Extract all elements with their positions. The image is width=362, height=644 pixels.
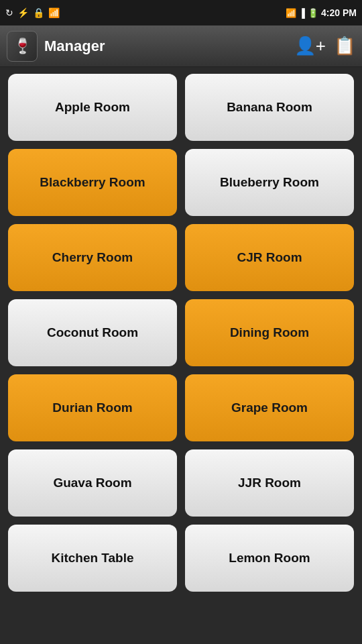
room-button[interactable]: Coconut Room — [8, 299, 177, 366]
room-button[interactable]: Grape Room — [185, 374, 354, 441]
app-title: Manager — [44, 38, 105, 55]
room-button[interactable]: CJR Room — [185, 224, 354, 291]
room-button[interactable]: Cherry Room — [8, 224, 177, 291]
room-button[interactable]: Kitchen Table — [8, 525, 177, 592]
room-button[interactable]: Apple Room — [8, 74, 177, 141]
app-bar-actions: 👤+ 📋 — [294, 36, 355, 56]
room-button[interactable]: Blueberry Room — [185, 149, 354, 216]
add-user-icon[interactable]: 👤+ — [294, 36, 326, 56]
usb-icon: ⚡ — [17, 7, 29, 18]
status-bar: ↻ ⚡ 🔒 📶 📶 ▐ 🔋 4:20 PM — [0, 0, 362, 25]
room-button[interactable]: Blackberry Room — [8, 149, 177, 216]
room-button[interactable]: Dining Room — [185, 299, 354, 366]
wine-icon: 🍷 — [13, 38, 32, 55]
clipboard-icon[interactable]: 📋 — [334, 36, 355, 56]
app-bar: 🍷 Manager 👤+ 📋 — [0, 25, 362, 67]
time-display: 4:20 PM — [321, 7, 357, 18]
app-bar-left: 🍷 Manager — [7, 31, 105, 62]
battery-icon: 🔋 — [308, 8, 318, 18]
app-icon: 🍷 — [7, 31, 38, 62]
refresh-icon: ↻ — [5, 7, 13, 18]
room-button[interactable]: JJR Room — [185, 449, 354, 517]
sim-icon: 📶 — [48, 7, 60, 18]
room-button[interactable]: Durian Room — [8, 374, 177, 441]
status-bar-left: ↻ ⚡ 🔒 📶 — [5, 7, 60, 18]
status-bar-right: 📶 ▐ 🔋 4:20 PM — [286, 7, 357, 18]
signal-icon: ▐ — [299, 8, 305, 18]
rooms-grid: Apple RoomBanana RoomBlackberry RoomBlue… — [0, 67, 362, 598]
wifi-icon: 📶 — [286, 8, 296, 18]
room-button[interactable]: Lemon Room — [185, 525, 354, 592]
security-icon: 🔒 — [33, 7, 44, 18]
room-button[interactable]: Guava Room — [8, 449, 177, 517]
room-button[interactable]: Banana Room — [185, 74, 354, 141]
